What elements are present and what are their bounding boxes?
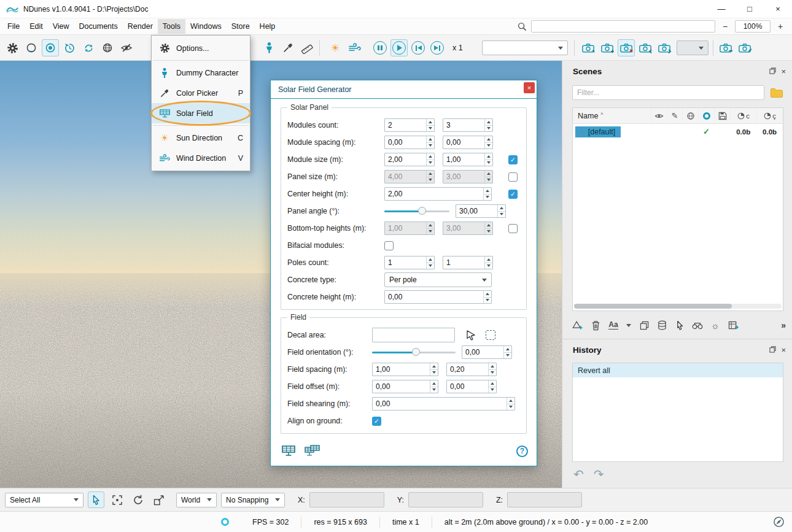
field-orientation-slider[interactable] (372, 347, 456, 357)
module-size-y-spinner[interactable] (443, 153, 493, 166)
delete-scene-trash-icon[interactable] (590, 318, 601, 333)
scene-database-icon[interactable] (656, 318, 667, 333)
y-input[interactable] (408, 492, 483, 507)
center-height-checkbox[interactable]: ✓ (508, 190, 518, 199)
module-size-x-spinner[interactable] (384, 153, 435, 166)
module-spacing-x-spinner[interactable] (384, 136, 435, 149)
dummy-character-toolbar-icon[interactable] (260, 39, 278, 56)
camera-icon-4[interactable] (637, 39, 654, 56)
module-size-checkbox[interactable]: ✓ (508, 155, 518, 164)
find-binoculars-icon[interactable] (692, 318, 703, 333)
maximize-button[interactable]: □ (736, 0, 764, 18)
scenes-filter-input[interactable] (572, 85, 764, 100)
menu-help[interactable]: Help (255, 19, 281, 34)
column-name[interactable]: Name^ (573, 108, 651, 123)
scenes-close-icon[interactable]: × (781, 67, 786, 75)
bifacial-modules-checkbox[interactable] (384, 241, 394, 250)
poles-count-y-spinner[interactable] (443, 256, 493, 269)
scene-row-default[interactable]: ⚠[default] ✓ 0.0b 0.0b (573, 124, 783, 139)
dialog-title-bar[interactable]: Solar Field Generator × (271, 80, 537, 99)
open-folder-icon[interactable] (770, 87, 783, 98)
render-sphere-icon[interactable] (23, 39, 40, 56)
column-globe-icon[interactable] (682, 108, 698, 123)
menu-item-options[interactable]: Options... (152, 38, 250, 58)
bottom-top-heights-checkbox[interactable] (508, 224, 518, 233)
field-shearing-spinner[interactable] (372, 397, 515, 411)
play-button[interactable] (390, 39, 408, 56)
top-height-spinner[interactable] (443, 222, 493, 235)
menu-tools[interactable]: Tools (158, 19, 185, 34)
menu-store[interactable]: Store (227, 19, 255, 34)
menu-view[interactable]: View (48, 19, 74, 34)
draw-decal-area-icon[interactable] (486, 330, 495, 340)
measure-ruler-icon[interactable] (298, 39, 316, 56)
column-size-c[interactable]: c (730, 108, 756, 123)
add-scene-icon[interactable] (572, 318, 583, 333)
history-clock-icon[interactable] (61, 39, 78, 56)
panel-size-y-spinner[interactable] (443, 170, 493, 183)
camera-icon-1[interactable] (580, 39, 597, 56)
step-back-button[interactable] (410, 39, 427, 56)
sun-direction-toolbar-icon[interactable]: ☀ (327, 39, 344, 56)
modules-count-x-spinner[interactable] (384, 118, 435, 132)
column-size-c2[interactable]: ç (756, 108, 783, 123)
concrete-type-select[interactable]: Per pole (384, 272, 492, 287)
record-icon[interactable] (42, 39, 59, 56)
zoom-in-button[interactable]: + (775, 21, 786, 31)
decal-area-input[interactable] (372, 328, 455, 342)
panel-size-checkbox[interactable] (508, 172, 518, 182)
pick-decal-pointer-icon[interactable] (466, 330, 476, 341)
dialog-close-button[interactable]: × (524, 82, 535, 93)
lighting-icon[interactable]: ☼ (710, 318, 721, 333)
globe-icon[interactable] (99, 39, 116, 56)
undo-icon[interactable]: ↶ (573, 467, 584, 482)
menu-windows[interactable]: Windows (185, 19, 227, 34)
camera-icon-5[interactable] (656, 39, 673, 56)
rotate-tool-icon[interactable] (130, 492, 146, 508)
field-spacing-y-spinner[interactable] (446, 363, 497, 376)
modules-count-y-spinner[interactable] (443, 118, 493, 132)
select-tool-icon[interactable] (88, 492, 104, 508)
menu-item-dummy-character[interactable]: Dummy Character (152, 63, 250, 83)
frame-selection-icon[interactable] (109, 492, 125, 508)
panel-angle-spinner[interactable] (456, 204, 506, 218)
field-orientation-spinner[interactable] (462, 345, 512, 359)
scenes-overflow-button[interactable]: » (781, 320, 786, 330)
field-offset-x-spinner[interactable] (372, 380, 438, 393)
menu-render[interactable]: Render (123, 19, 158, 34)
zoom-level[interactable]: 100% (735, 20, 771, 33)
close-button[interactable]: × (764, 0, 792, 18)
field-offset-y-spinner[interactable] (446, 380, 497, 393)
generate-solar-field-double-button[interactable] (303, 442, 322, 460)
redo-icon[interactable]: ↷ (594, 467, 604, 482)
align-on-ground-checkbox[interactable]: ✓ (372, 417, 381, 426)
hide-eye-icon[interactable] (118, 39, 135, 56)
help-button[interactable]: ? (516, 445, 528, 457)
wind-direction-toolbar-icon[interactable] (346, 39, 363, 56)
scenes-float-icon[interactable] (769, 67, 776, 76)
menu-documents[interactable]: Documents (74, 19, 123, 34)
space-combo[interactable]: World (176, 493, 217, 507)
select-mode-combo[interactable]: Select All (5, 493, 83, 507)
animation-combo[interactable] (482, 40, 568, 55)
sync-icon[interactable] (80, 39, 97, 56)
camera-icon-6[interactable] (717, 39, 734, 56)
x-input[interactable] (309, 492, 384, 507)
menu-file[interactable]: File (2, 19, 25, 34)
search-input[interactable] (531, 20, 715, 33)
pause-button[interactable] (371, 39, 389, 56)
camera-icon-3[interactable] (618, 39, 635, 56)
column-edit-pencil-icon[interactable]: ✎ (667, 108, 683, 123)
panel-size-x-spinner[interactable] (384, 170, 435, 183)
column-visibility-eye-icon[interactable] (651, 108, 667, 123)
minimize-button[interactable]: — (707, 0, 736, 18)
menu-item-sun-direction[interactable]: ☀ Sun Direction C (152, 128, 250, 148)
column-active-icon[interactable] (698, 108, 714, 123)
history-float-icon[interactable] (769, 346, 776, 355)
history-item-revert-all[interactable]: Revert all (573, 363, 783, 377)
menu-edit[interactable]: Edit (25, 19, 48, 34)
menu-item-color-picker[interactable]: Color Picker P (152, 83, 250, 103)
concrete-height-spinner[interactable] (384, 290, 492, 304)
rename-scene-icon[interactable]: Aa (608, 318, 619, 333)
scale-tool-icon[interactable] (150, 492, 167, 508)
